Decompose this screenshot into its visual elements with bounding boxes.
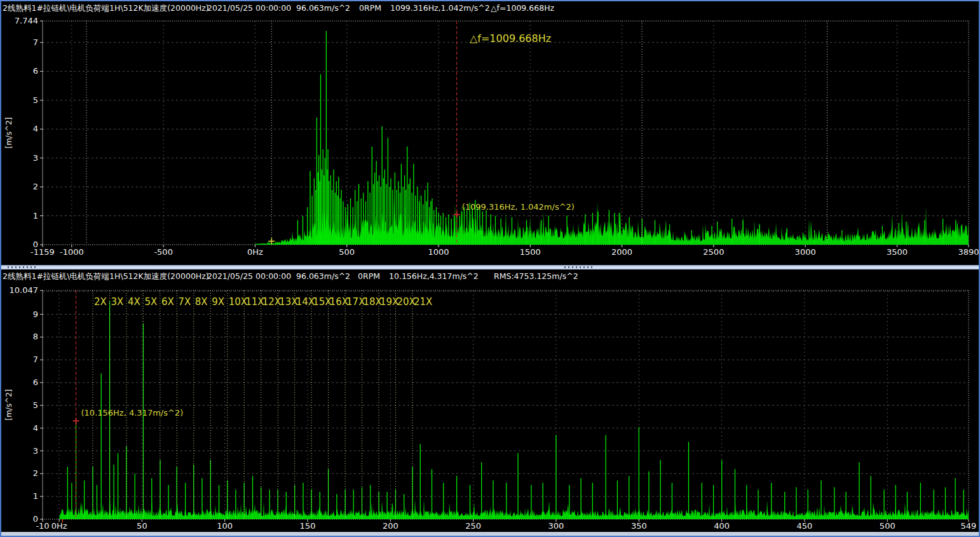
y-tick-label: 7.744 [15, 16, 38, 25]
x-tick-label: 400 [714, 521, 730, 531]
x-tick-label: 0Hz [247, 247, 263, 257]
spectrum-pane-bottom: 2线熟料1#拉链机\电机负荷端1H\512K加速度(20000Hz) 2021/… [1, 269, 979, 533]
y-tick-label: 5 [33, 95, 38, 105]
spectrum-noise-floor [255, 189, 969, 245]
y-tick-label: 10.047 [10, 285, 39, 295]
harmonic-label: 7X [178, 296, 191, 308]
harmonic-label: 5X [144, 296, 157, 308]
cursor-annotation: (10.156Hz, 4.317m/s^2) [81, 408, 184, 418]
delta-f-annotation: △f=1009.668Hz [470, 32, 551, 44]
channel-title: 2线熟料1#拉链机\电机负荷端1H\512K加速度(20000Hz) [3, 3, 209, 14]
y-tick-label: 6 [33, 377, 38, 387]
x-tick-label: 3500 [887, 247, 908, 257]
y-tick-label: 0 [33, 514, 38, 524]
pane-header-top: 2线熟料1#拉链机\电机负荷端1H\512K加速度(20000Hz) 2021/… [1, 1, 979, 15]
overall-value: 96.063m/s^2 [296, 271, 350, 281]
y-tick-label: 0 [33, 240, 38, 249]
y-tick-label: 5 [33, 400, 38, 410]
rpm-value: 0RPM [359, 3, 381, 13]
harmonic-label: 3X [111, 296, 123, 308]
y-tick-label: 2 [33, 468, 38, 478]
y-tick-label: 1 [33, 211, 38, 221]
spectrum-pane-top: 2线熟料1#拉链机\电机负荷端1H\512K加速度(20000Hz) 2021/… [1, 1, 979, 265]
pane-splitter[interactable] [1, 265, 979, 269]
spectrum-plot-area-bottom: -100Hz5010015020025030035040045050054910… [1, 283, 979, 533]
x-tick-label: 3890 [958, 247, 979, 257]
vibration-analyzer-window: 2线熟料1#拉链机\电机负荷端1H\512K加速度(20000Hz) 2021/… [0, 0, 980, 537]
y-tick-label: 9 [33, 309, 38, 319]
harmonic-label: 4X [128, 296, 140, 308]
spectrum-plot-area-top: -1159-1000-5000Hz50010001500200025003000… [1, 15, 979, 265]
x-tick-label: 150 [300, 521, 316, 531]
x-tick-label: 350 [631, 521, 647, 531]
x-tick-label: 50 [137, 521, 147, 531]
x-tick-label: 300 [548, 521, 564, 531]
harmonic-label: 8X [195, 296, 208, 308]
x-tick-label: 2500 [703, 247, 724, 257]
y-tick-label: 6 [33, 66, 38, 76]
y-tick-label: 3 [33, 153, 38, 163]
x-tick-label: 250 [465, 521, 481, 531]
y-tick-label: 7 [33, 37, 38, 47]
y-axis-unit-label: [m/s^2] [4, 117, 13, 148]
y-tick-label: 4 [33, 423, 38, 433]
splitter-grip-icon[interactable] [564, 266, 594, 268]
overall-value: 96.063m/s^2 [296, 3, 350, 13]
x-tick-label: -500 [154, 247, 173, 257]
x-tick-label: 200 [383, 521, 398, 531]
timestamp: 2021/05/25 00:00:00 [207, 3, 291, 13]
cursor-readout: 1099.316Hz,1.042m/s^2 [390, 3, 490, 13]
rms-readout: RMS:4753.125m/s^2 [494, 271, 578, 281]
x-tick-label: 0Hz [51, 521, 67, 531]
cursor-readout: 10.156Hz,4.317m/s^2 [389, 271, 479, 281]
x-tick-label: 3000 [795, 247, 816, 257]
cursor-annotation: (1099.316Hz, 1.042m/s^2) [462, 202, 575, 212]
y-axis-unit-label: [m/s^2] [4, 389, 13, 420]
x-tick-label: 100 [217, 521, 233, 531]
y-tick-label: 1 [33, 491, 38, 501]
x-tick-label: 549 [961, 521, 977, 531]
spectrum-noise-floor [59, 498, 969, 519]
rpm-value: 0RPM [358, 271, 380, 281]
harmonic-label: 2X [94, 296, 107, 308]
delta-f-readout: △f=1009.668Hz [491, 3, 554, 13]
harmonic-label: 9X [212, 296, 224, 308]
harmonic-label: 21X [414, 296, 432, 308]
timestamp: 2021/05/25 00:00:00 [207, 271, 291, 281]
pane-header-bottom: 2线熟料1#拉链机\电机负荷端1H\512K加速度(20000Hz) 2021/… [1, 269, 979, 283]
channel-title: 2线熟料1#拉链机\电机负荷端1H\512K加速度(20000Hz) [3, 271, 209, 282]
x-tick-label: 500 [339, 247, 355, 257]
y-tick-label: 4 [33, 124, 38, 133]
x-tick-label: 450 [797, 521, 813, 531]
y-tick-label: 7 [33, 355, 38, 364]
splitter-grip-icon[interactable] [8, 266, 37, 268]
x-tick-label: 1500 [520, 247, 541, 257]
spectrum-chart-bottom[interactable]: -100Hz5010015020025030035040045050054910… [1, 283, 980, 533]
x-tick-label: 500 [880, 521, 895, 531]
y-tick-label: 2 [33, 182, 38, 191]
harmonic-label: 6X [161, 296, 174, 308]
x-tick-label: 1000 [428, 247, 449, 257]
y-tick-label: 3 [33, 446, 38, 456]
x-tick-label: 2000 [611, 247, 632, 257]
y-tick-label: 8 [33, 332, 38, 341]
x-tick-label: -1000 [60, 247, 84, 257]
status-strip [1, 532, 979, 536]
spectrum-chart-top[interactable]: -1159-1000-5000Hz50010001500200025003000… [1, 15, 980, 265]
